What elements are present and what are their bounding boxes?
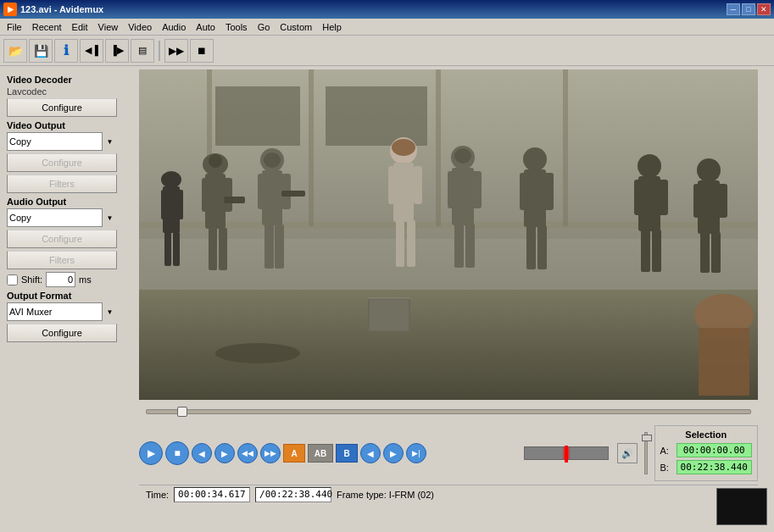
close-button[interactable]: ✕ — [757, 3, 771, 15]
toolbar-separator — [159, 41, 160, 61]
toolbar-frame-prev[interactable]: ◀▐ — [80, 39, 103, 63]
svg-rect-28 — [264, 224, 274, 269]
svg-rect-37 — [407, 220, 415, 267]
title-bar-text: ▶ 123.avi - Avidemux — [3, 3, 103, 16]
svg-rect-57 — [652, 230, 661, 272]
video-output-select-wrapper: Copy ▼ — [7, 132, 117, 151]
color-slider[interactable] — [524, 446, 609, 460]
end-button[interactable]: ▶| — [406, 443, 426, 463]
svg-point-46 — [523, 147, 547, 171]
color-controls: 🔊 — [524, 443, 638, 463]
menu-go[interactable]: Go — [253, 20, 276, 34]
svg-rect-67 — [370, 300, 409, 330]
toolbar-save[interactable]: 💾 — [29, 39, 53, 63]
audio-output-select-wrapper: Copy ▼ — [7, 208, 117, 227]
selection-b-label: B: — [660, 463, 673, 473]
svg-point-45 — [454, 148, 471, 163]
audio-filters-button[interactable]: Filters — [7, 251, 117, 269]
maximize-button[interactable]: □ — [742, 3, 755, 15]
svg-rect-34 — [388, 166, 397, 204]
audio-output-select[interactable]: Copy — [7, 208, 117, 227]
vert-slider-track[interactable] — [644, 432, 648, 474]
svg-point-10 — [161, 171, 181, 188]
mark-a-button[interactable]: A — [283, 444, 305, 463]
main-layout: Video Decoder Lavcodec Configure Video O… — [0, 66, 774, 532]
menu-video[interactable]: Video — [123, 20, 157, 34]
status-bar: Time: 00:00:34.617 /00:22:38.440 Frame t… — [139, 485, 758, 503]
menu-edit[interactable]: Edit — [67, 20, 93, 34]
play-button[interactable]: ▶ — [139, 441, 163, 465]
toolbar: 📂 💾 ℹ ◀▐ ▐▶ ▤ ▶▶ ⏹ — [0, 36, 774, 66]
app-icon: ▶ — [3, 3, 17, 16]
svg-rect-54 — [634, 180, 643, 215]
scrubber-thumb[interactable] — [177, 407, 187, 417]
audio-output-label: Audio Output — [7, 197, 129, 207]
next-fast-button[interactable]: ▶▶ — [260, 443, 281, 463]
toolbar-info[interactable]: ℹ — [54, 39, 78, 63]
svg-rect-63 — [711, 232, 721, 273]
selection-a-value: 00:00:00.00 — [677, 443, 752, 457]
left-panel: Video Decoder Lavcodec Configure Video O… — [0, 66, 136, 532]
video-frame — [139, 69, 758, 400]
video-decoder-configure-button[interactable]: Configure — [7, 98, 117, 117]
vert-slider-container — [644, 432, 648, 474]
menu-bar: File Recent Edit View Video Audio Auto T… — [0, 19, 774, 36]
svg-rect-35 — [414, 166, 422, 204]
toolbar-stop[interactable]: ⏹ — [190, 39, 214, 63]
selection-a-row: A: 00:00:00.00 — [660, 443, 752, 457]
shift-label: Shift: — [21, 274, 42, 285]
minimize-button[interactable]: ─ — [727, 3, 740, 15]
menu-audio[interactable]: Audio — [157, 20, 191, 34]
svg-rect-48 — [520, 173, 529, 210]
svg-rect-15 — [173, 232, 180, 266]
toolbar-open[interactable]: 📂 — [3, 39, 27, 63]
time-label: Time: — [146, 490, 169, 500]
shift-input[interactable] — [46, 272, 75, 287]
video-output-select[interactable]: Copy — [7, 132, 117, 151]
prev-fast-button[interactable]: ◀◀ — [237, 443, 258, 463]
audio-output-configure-button[interactable]: Configure — [7, 230, 117, 248]
svg-rect-13 — [176, 190, 183, 219]
mark-b-button[interactable]: B — [336, 444, 358, 463]
selection-b-row: B: 00:22:38.440 — [660, 460, 752, 474]
video-output-configure-button[interactable]: Configure — [7, 153, 117, 172]
toolbar-encode[interactable]: ▶▶ — [164, 39, 188, 63]
duration-value: /00:22:38.440 — [255, 487, 331, 502]
output-format-configure-button[interactable]: Configure — [7, 324, 117, 342]
svg-rect-31 — [281, 191, 305, 197]
svg-rect-36 — [396, 220, 404, 267]
menu-view[interactable]: View — [93, 20, 124, 34]
svg-point-69 — [215, 343, 300, 363]
prev-mark-button[interactable]: ◀ — [360, 443, 381, 463]
svg-rect-3 — [139, 222, 758, 229]
output-format-select[interactable]: AVI Muxer — [7, 302, 117, 321]
title-bar: ▶ 123.avi - Avidemux ─ □ ✕ — [0, 0, 774, 19]
menu-auto[interactable]: Auto — [191, 20, 220, 34]
scrubber-track[interactable] — [146, 409, 751, 414]
vert-slider-thumb[interactable] — [642, 435, 652, 441]
shift-checkbox[interactable] — [7, 274, 18, 285]
toolbar-props[interactable]: ▤ — [131, 39, 154, 63]
svg-rect-19 — [202, 178, 210, 212]
stop-button[interactable]: ■ — [165, 441, 189, 465]
prev-button[interactable]: ◀ — [192, 443, 212, 463]
menu-help[interactable]: Help — [317, 20, 347, 34]
color-thumb[interactable] — [565, 446, 568, 463]
toolbar-frame-next[interactable]: ▐▶ — [105, 39, 129, 63]
svg-rect-41 — [448, 171, 457, 208]
menu-tools[interactable]: Tools — [220, 20, 253, 34]
video-content — [139, 69, 758, 400]
next-button[interactable]: ▶ — [214, 443, 235, 463]
menu-file[interactable]: File — [2, 20, 27, 34]
svg-rect-12 — [161, 190, 168, 219]
menu-recent[interactable]: Recent — [27, 20, 67, 34]
next-mark-button[interactable]: ▶ — [383, 443, 404, 463]
speaker-button[interactable]: 🔊 — [617, 443, 638, 463]
svg-rect-22 — [219, 228, 227, 270]
frame-type: Frame type: I-FRM (02) — [337, 490, 434, 500]
menu-custom[interactable]: Custom — [275, 20, 317, 34]
video-filters-button[interactable]: Filters — [7, 175, 117, 193]
svg-rect-62 — [700, 232, 710, 273]
svg-rect-8 — [215, 86, 300, 146]
mark-ab-button[interactable]: AB — [308, 444, 333, 463]
